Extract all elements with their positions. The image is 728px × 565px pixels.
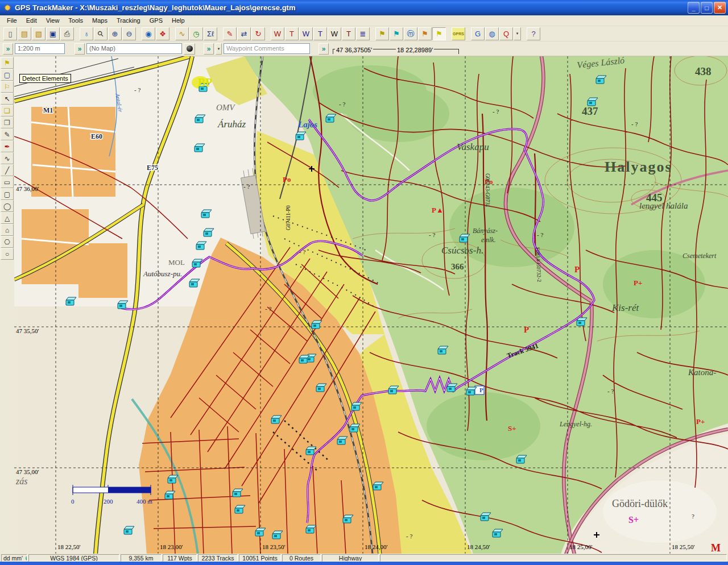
menu-tools[interactable]: Tools: [64, 16, 88, 25]
toolbar-button-save[interactable]: ▣: [46, 27, 60, 40]
toolbar-button-open-file[interactable]: ▤: [18, 27, 31, 40]
tool-curve-pencil[interactable]: ∿: [1, 152, 14, 164]
status-field-7: Highway: [322, 554, 379, 562]
toolbar-button-map-search-dropdown[interactable]: ▾: [514, 27, 521, 40]
waypoint-chevron-button[interactable]: »: [204, 43, 214, 55]
toolbar-button-flag-orange[interactable]: ⚑: [418, 27, 432, 40]
map-label: - ?: [243, 183, 250, 190]
toolbar-button-flag-yellow[interactable]: ⚑: [432, 27, 446, 40]
svg-text:18 22,50': 18 22,50': [57, 543, 81, 550]
map-label: - ?: [299, 248, 305, 255]
toolbar-button-flag-cyan[interactable]: ⚑: [390, 27, 403, 40]
tool-rounded-rect-tool[interactable]: ▢: [1, 188, 14, 200]
coords-chevron-button[interactable]: »: [318, 43, 329, 55]
toolbar-button-google[interactable]: G: [471, 27, 485, 40]
waypoint-comments-input[interactable]: Waypoint Comments: [224, 43, 310, 54]
print-icon: ⎙: [64, 30, 70, 38]
tool-flag-pencil[interactable]: ⚐: [1, 81, 14, 93]
toolbar-button-track-edit[interactable]: ✎: [223, 27, 237, 40]
map-label: - ?: [607, 388, 614, 394]
tool-rect-tool[interactable]: ▭: [1, 176, 14, 188]
map-select-icon: ▢: [4, 71, 10, 79]
toolbar-button-zoom-tool[interactable]: ⚲: [94, 27, 107, 40]
toolbar-button-open-import[interactable]: ▧: [32, 27, 46, 40]
map-canvas[interactable]: 18 22,50'18 23,00'18 23,50'18 24,00'18 2…: [14, 56, 728, 554]
menu-help[interactable]: Help: [167, 16, 189, 25]
scale-chevron-button[interactable]: »: [3, 43, 13, 55]
map-image-button[interactable]: [184, 43, 195, 55]
toolbar-button-page-flag[interactable]: ⚑: [375, 27, 389, 40]
map-label: Autóbusz-pu.: [143, 269, 182, 278]
svg-text:18 25,00': 18 25,00': [569, 543, 593, 550]
toolbar-button-colors[interactable]: ❖: [156, 27, 169, 40]
tool-pointer[interactable]: ↖: [1, 93, 14, 105]
status-field-1: WGS 1984 (GPS): [28, 554, 119, 562]
waypoint-dropdown-button[interactable]: ▾: [216, 43, 222, 55]
maximize-button[interactable]: □: [701, 2, 713, 14]
tool-route-pencil[interactable]: ✒: [1, 140, 14, 152]
toolbar-button-new-file[interactable]: ▯: [3, 27, 17, 40]
toolbar-button-waypoint-pole[interactable]: ⓜ: [404, 27, 417, 40]
toolbar-button-zoom-out[interactable]: ⊖: [122, 27, 136, 40]
tool-map-select[interactable]: ▢: [1, 69, 14, 81]
menu-edit[interactable]: Edit: [22, 16, 42, 25]
tool-pencil[interactable]: ✎: [1, 128, 14, 140]
toolbar-button-track-rotate[interactable]: ↻: [251, 27, 265, 40]
menu-file[interactable]: File: [2, 16, 22, 25]
coord-divider: [434, 49, 457, 49]
map-chevron-button[interactable]: »: [75, 43, 85, 55]
scale-input[interactable]: 1:200 m: [15, 43, 65, 54]
toolbar-button-stopwatch[interactable]: ◷: [189, 27, 203, 40]
open-import-icon: ▧: [35, 30, 42, 38]
tool-hexagon-tool[interactable]: ⎔: [1, 236, 14, 248]
tool-paste-style[interactable]: ❐: [1, 117, 14, 128]
route-pencil-icon: ✒: [4, 143, 10, 151]
toolbar-button-waypoint-rename[interactable]: W: [299, 27, 313, 40]
text-options-icon: ≣: [360, 30, 366, 38]
map-label: E75: [147, 164, 158, 172]
toolbar-button-profile-graph[interactable]: ∿: [175, 27, 189, 40]
map-label: Csemetekert: [682, 252, 717, 260]
title-bar[interactable]: ✹ GPS TrackMaker - X:\Muszaki_reszleg\Na…: [0, 0, 728, 15]
toolbar-button-waypoint-search[interactable]: W: [271, 27, 284, 40]
toolbar-button-text-options[interactable]: ≣: [356, 27, 370, 40]
toolbar-button-sigma-length[interactable]: Σℓ: [204, 27, 217, 40]
map-label: M1: [43, 106, 53, 114]
tool-octagon-tool[interactable]: ○: [1, 248, 14, 260]
waypoint-search-icon: W: [274, 30, 281, 38]
coord-bracket-right: [457, 49, 459, 54]
toolbar-button-zoom-in[interactable]: ⊕: [108, 27, 122, 40]
flag-orange-icon: ⚑: [421, 30, 428, 38]
main-toolbar: ▯▤▧▣⎙♁⚲⊕⊖◉❖∿◷Σℓ✎⇄↻WTWTWT≣⚑⚑ⓜ⚑⚑GPRSG◍Q▾?: [0, 26, 728, 41]
toolbar-button-trackname-font[interactable]: T: [342, 27, 355, 40]
toolbar-button-help[interactable]: ?: [527, 27, 540, 40]
map-label: - ?: [134, 86, 140, 93]
menu-tracking[interactable]: Tracking: [112, 16, 145, 25]
toolbar-button-waypoint-font[interactable]: W: [328, 27, 341, 40]
toolbar-button-trackname-search[interactable]: T: [285, 27, 299, 40]
menu-view[interactable]: View: [42, 16, 64, 25]
toolbar-button-trackname-edit[interactable]: T: [313, 27, 327, 40]
map-label: Bányász-: [473, 227, 498, 235]
toolbar-button-gprs[interactable]: GPRS: [452, 27, 465, 40]
tool-ellipse-tool[interactable]: ◯: [1, 200, 14, 212]
toolbar-button-google-earth[interactable]: ◍: [485, 27, 499, 40]
svg-text:47 35,00': 47 35,00': [16, 468, 39, 475]
toolbar-button-show-elements[interactable]: ◉: [142, 27, 155, 40]
close-button[interactable]: ✕: [714, 2, 726, 14]
map-label: G08143-G0731: [485, 173, 490, 207]
map-select[interactable]: (No Map): [86, 43, 182, 54]
toolbar-button-map-search[interactable]: Q: [499, 27, 513, 40]
tool-copy-style[interactable]: ❏: [1, 105, 14, 117]
tool-line-tool[interactable]: ╱: [1, 164, 14, 176]
octagon-tool-icon: ○: [5, 250, 9, 258]
toolbar-button-full-view[interactable]: ♁: [80, 27, 93, 40]
tool-triangle-tool[interactable]: △: [1, 212, 14, 224]
toolbar-button-track-merge[interactable]: ⇄: [237, 27, 251, 40]
minimize-button[interactable]: _: [688, 2, 700, 14]
tool-detect-elements[interactable]: ⚑: [1, 57, 14, 69]
tool-pentagon-tool[interactable]: ⌂: [1, 224, 14, 236]
toolbar-button-print[interactable]: ⎙: [60, 27, 74, 40]
menu-maps[interactable]: Maps: [88, 16, 112, 25]
menu-gps[interactable]: GPS: [145, 16, 167, 25]
